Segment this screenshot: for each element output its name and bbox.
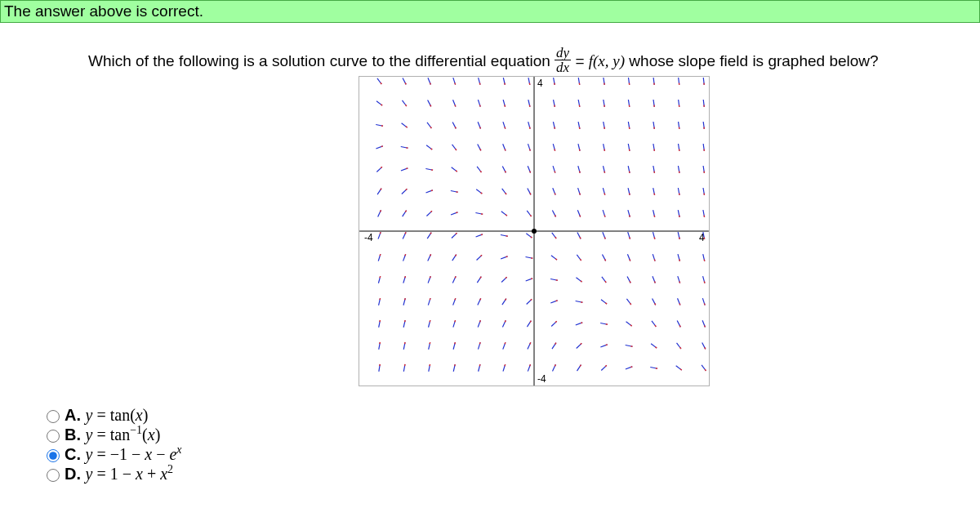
svg-line-275 — [604, 172, 605, 173]
question-equals: = — [575, 52, 588, 69]
svg-line-115 — [455, 83, 456, 85]
svg-line-113 — [455, 105, 456, 106]
svg-line-301 — [630, 194, 630, 195]
svg-line-137 — [480, 149, 481, 150]
svg-line-147 — [505, 342, 506, 344]
svg-line-13 — [380, 276, 381, 278]
answer-label-d: D. y = 1 − x + x2 — [65, 465, 173, 484]
svg-line-345 — [679, 325, 680, 327]
svg-line-121 — [480, 320, 481, 322]
svg-line-351 — [679, 260, 680, 261]
svg-line-155 — [506, 256, 507, 257]
answer-option-a[interactable]: A. y = tan(x) — [42, 406, 980, 425]
svg-line-71 — [430, 254, 431, 256]
fraction-numerator: dy — [555, 46, 571, 60]
svg-line-193 — [530, 149, 531, 151]
axis-label-neg-x: -4 — [364, 232, 373, 243]
svg-line-375 — [704, 304, 705, 305]
svg-line-221 — [555, 149, 555, 151]
slope-field-graph: -4 4 4 -4 — [359, 76, 710, 386]
svg-line-207 — [556, 301, 558, 301]
svg-line-267 — [605, 259, 606, 261]
question-func: f(x, y) — [589, 52, 625, 69]
svg-line-273 — [604, 194, 605, 195]
svg-line-19 — [381, 210, 381, 212]
svg-line-65 — [430, 320, 430, 322]
svg-line-139 — [480, 127, 481, 128]
svg-line-25 — [381, 146, 383, 147]
svg-line-141 — [479, 105, 480, 107]
svg-line-149 — [505, 320, 506, 322]
radio-b[interactable] — [47, 430, 60, 443]
svg-line-169 — [505, 105, 506, 107]
svg-line-233 — [581, 323, 582, 323]
svg-line-15 — [380, 254, 381, 256]
svg-line-321 — [654, 281, 655, 283]
svg-line-327 — [654, 216, 655, 217]
svg-line-247 — [580, 172, 581, 173]
answer-option-d[interactable]: D. y = 1 − x + x2 — [42, 465, 980, 484]
radio-c[interactable] — [47, 449, 60, 462]
svg-line-67 — [430, 298, 430, 300]
svg-line-249 — [580, 149, 581, 151]
svg-line-197 — [529, 105, 530, 107]
svg-line-163 — [505, 171, 506, 172]
answer-list: A. y = tan(x) B. y = tan−1(x) C. y = −1 … — [0, 406, 980, 484]
svg-line-371 — [705, 347, 706, 349]
svg-line-77 — [431, 190, 433, 191]
svg-line-85 — [430, 105, 431, 106]
svg-line-379 — [704, 260, 705, 261]
svg-line-319 — [655, 303, 656, 305]
answer-option-b[interactable]: B. y = tan−1(x) — [42, 426, 980, 444]
svg-line-271 — [604, 216, 605, 217]
svg-line-219 — [555, 172, 555, 173]
svg-line-97 — [455, 276, 456, 278]
svg-line-297 — [630, 238, 630, 239]
svg-line-39 — [405, 298, 406, 300]
svg-line-191 — [530, 171, 531, 172]
svg-line-243 — [580, 215, 581, 216]
svg-line-123 — [480, 298, 481, 300]
svg-line-51 — [406, 168, 408, 169]
svg-line-167 — [505, 127, 506, 129]
svg-line-217 — [555, 193, 555, 194]
fraction-dy-dx: dy dx — [555, 46, 571, 74]
slope-field-svg: -4 4 4 -4 — [359, 76, 710, 386]
svg-line-171 — [505, 83, 506, 85]
answer-option-c[interactable]: C. y = −1 − x − ex — [42, 445, 980, 464]
svg-line-145 — [505, 364, 506, 366]
svg-line-59 — [405, 82, 406, 84]
correct-banner: The answer above is correct. — [0, 0, 980, 23]
svg-line-181 — [531, 279, 532, 279]
svg-line-41 — [405, 276, 406, 278]
svg-line-325 — [654, 238, 655, 239]
svg-line-295 — [630, 259, 630, 261]
svg-line-285 — [630, 367, 632, 368]
answer-label-a: A. y = tan(x) — [65, 406, 148, 425]
svg-line-17 — [380, 232, 381, 234]
svg-line-269 — [604, 237, 605, 238]
svg-line-241 — [580, 237, 581, 238]
axis-label-neg-y: -4 — [537, 373, 546, 385]
svg-line-129 — [481, 234, 483, 235]
svg-line-195 — [529, 127, 530, 129]
svg-line-43 — [405, 254, 406, 256]
question-suffix: whose slope field is graphed below? — [629, 52, 878, 69]
svg-line-117 — [479, 364, 480, 366]
svg-line-201 — [555, 364, 555, 366]
svg-line-223 — [555, 127, 555, 129]
svg-line-377 — [704, 282, 705, 283]
radio-d[interactable] — [47, 469, 60, 482]
svg-point-3 — [532, 229, 537, 234]
question-text: Which of the following is a solution cur… — [88, 47, 980, 76]
svg-line-119 — [479, 342, 480, 344]
svg-line-347 — [679, 303, 680, 305]
svg-line-293 — [630, 281, 630, 283]
svg-line-173 — [530, 364, 531, 366]
radio-a[interactable] — [47, 410, 60, 423]
answer-label-b: B. y = tan−1(x) — [65, 426, 160, 444]
svg-line-175 — [530, 342, 531, 344]
svg-line-245 — [580, 194, 581, 195]
svg-line-323 — [654, 260, 655, 261]
svg-line-87 — [430, 82, 431, 84]
